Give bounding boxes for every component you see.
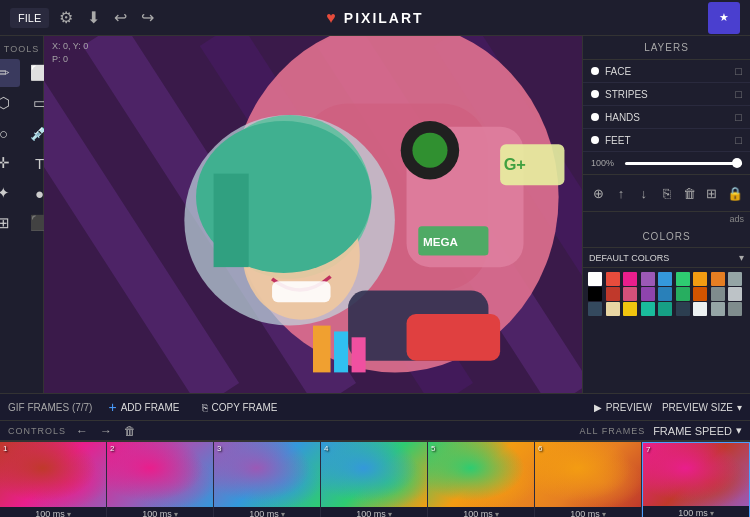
delete-layer-btn[interactable]: 🗑 [678, 181, 701, 205]
duplicate-layer-btn[interactable]: ⎘ [655, 181, 678, 205]
frame-thumb-3[interactable]: 3100 ms▾ [214, 442, 321, 517]
color-swatch-13[interactable] [658, 287, 672, 301]
file-menu[interactable]: FILE [10, 8, 49, 28]
canvas-svg: G+ MEGA [44, 36, 582, 393]
frame-delay-3[interactable]: 100 ms▾ [214, 507, 320, 517]
delay-value-5: 100 ms [463, 509, 493, 517]
preview-size-btn[interactable]: PREVIEW SIZE ▾ [662, 402, 742, 413]
delay-arrow-5[interactable]: ▾ [495, 510, 499, 518]
preview-size-label: PREVIEW SIZE [662, 402, 733, 413]
frame-thumb-2[interactable]: 2100 ms▾ [107, 442, 214, 517]
frame-thumb-5[interactable]: 5100 ms▾ [428, 442, 535, 517]
ellipse-tool[interactable]: ○ [0, 119, 20, 147]
color-swatch-7[interactable] [711, 272, 725, 286]
color-swatch-2[interactable] [623, 272, 637, 286]
layer-face[interactable]: FACE □ [583, 60, 750, 83]
frame-speed-btn[interactable]: FRAME SPEED ▾ [653, 424, 742, 437]
add-frame-btn[interactable]: + ADD FRAME [102, 397, 185, 417]
color-swatch-26[interactable] [728, 302, 742, 316]
xy-coords: X: 0, Y: 0 [52, 40, 88, 53]
color-swatch-0[interactable] [588, 272, 602, 286]
layer-hands[interactable]: HANDS □ [583, 106, 750, 129]
delay-value-4: 100 ms [356, 509, 386, 517]
prev-frame-btn[interactable]: ← [74, 424, 90, 438]
layer-visibility-stripes[interactable]: □ [735, 88, 742, 100]
redo-icon[interactable]: ↪ [141, 8, 154, 27]
copy-frame-btn[interactable]: ⎘ COPY FRAME [196, 400, 284, 415]
move-down-btn[interactable]: ↓ [632, 181, 655, 205]
frame-delay-2[interactable]: 100 ms▾ [107, 507, 213, 517]
grid-tool[interactable]: ⊞ [0, 209, 20, 237]
color-swatch-6[interactable] [693, 272, 707, 286]
colors-preset-row[interactable]: DEFAULT COLORS ▾ [583, 248, 750, 268]
canvas-area[interactable]: X: 0, Y: 0 P: 0 [44, 36, 582, 393]
topbar: FILE ⚙ ⬇ ↩ ↪ ♥ PIXILART ★ [0, 0, 750, 36]
color-swatch-25[interactable] [711, 302, 725, 316]
color-swatch-10[interactable] [606, 287, 620, 301]
share-icon[interactable]: ⚙ [59, 8, 73, 27]
color-swatch-9[interactable] [588, 287, 602, 301]
frame-delay-5[interactable]: 100 ms▾ [428, 507, 534, 517]
color-swatch-1[interactable] [606, 272, 620, 286]
delay-arrow-6[interactable]: ▾ [602, 510, 606, 518]
color-swatch-3[interactable] [641, 272, 655, 286]
layer-feet[interactable]: FEET □ [583, 129, 750, 152]
color-swatch-4[interactable] [658, 272, 672, 286]
frame-delay-1[interactable]: 100 ms▾ [0, 507, 106, 517]
color-swatch-20[interactable] [623, 302, 637, 316]
ads-label: ads [583, 212, 750, 226]
frame-delay-4[interactable]: 100 ms▾ [321, 507, 427, 517]
frame-thumb-4[interactable]: 4100 ms▾ [321, 442, 428, 517]
delay-arrow-2[interactable]: ▾ [174, 510, 178, 518]
controls-label: CONTROLS [8, 426, 66, 436]
frame-thumb-6[interactable]: 6100 ms▾ [535, 442, 642, 517]
layer-visibility-feet[interactable]: □ [735, 134, 742, 146]
opacity-slider[interactable] [625, 162, 742, 165]
merge-layer-btn[interactable]: ⊞ [701, 181, 724, 205]
preview-btn[interactable]: ▶ PREVIEW [594, 402, 652, 413]
delay-arrow-3[interactable]: ▾ [281, 510, 285, 518]
layer-visibility-face[interactable]: □ [735, 65, 742, 77]
color-swatch-16[interactable] [711, 287, 725, 301]
color-swatch-19[interactable] [606, 302, 620, 316]
add-layer-btn[interactable]: ⊕ [587, 181, 610, 205]
color-swatch-22[interactable] [658, 302, 672, 316]
delete-frame-btn[interactable]: 🗑 [122, 424, 138, 438]
color-swatch-12[interactable] [641, 287, 655, 301]
color-swatch-18[interactable] [588, 302, 602, 316]
pixel-art-canvas[interactable]: G+ MEGA [44, 36, 582, 393]
color-swatch-5[interactable] [676, 272, 690, 286]
download-icon[interactable]: ⬇ [87, 8, 100, 27]
next-frame-btn[interactable]: → [98, 424, 114, 438]
color-swatch-15[interactable] [693, 287, 707, 301]
play-icon: ▶ [594, 402, 602, 413]
move-up-btn[interactable]: ↑ [610, 181, 633, 205]
undo-icon[interactable]: ↩ [114, 8, 127, 27]
lasso-tool[interactable]: ⬡ [0, 89, 20, 117]
frame-thumb-1[interactable]: 1100 ms▾ [0, 442, 107, 517]
color-swatch-24[interactable] [693, 302, 707, 316]
color-swatch-14[interactable] [676, 287, 690, 301]
delay-arrow-4[interactable]: ▾ [388, 510, 392, 518]
color-swatch-23[interactable] [676, 302, 690, 316]
colors-dropdown-arrow[interactable]: ▾ [739, 252, 744, 263]
color-swatch-17[interactable] [728, 287, 742, 301]
color-swatch-11[interactable] [623, 287, 637, 301]
layer-dot-hands [591, 113, 599, 121]
move-tool[interactable]: ✛ [0, 149, 20, 177]
frame-delay-7[interactable]: 100 ms▾ [643, 506, 749, 517]
delay-value-2: 100 ms [142, 509, 172, 517]
opacity-thumb[interactable] [732, 158, 742, 168]
frame-delay-6[interactable]: 100 ms▾ [535, 507, 641, 517]
star-button[interactable]: ★ [708, 2, 740, 34]
delay-arrow-7[interactable]: ▾ [710, 509, 714, 518]
sparkle-tool[interactable]: ✦ [0, 179, 20, 207]
color-swatch-8[interactable] [728, 272, 742, 286]
lock-layer-btn[interactable]: 🔒 [723, 181, 746, 205]
layer-visibility-hands[interactable]: □ [735, 111, 742, 123]
color-swatch-21[interactable] [641, 302, 655, 316]
delay-arrow-1[interactable]: ▾ [67, 510, 71, 518]
frame-thumb-7[interactable]: 7100 ms▾ [642, 442, 750, 517]
layer-stripes[interactable]: STRIPES □ [583, 83, 750, 106]
pencil-tool[interactable]: ✏ [0, 59, 20, 87]
